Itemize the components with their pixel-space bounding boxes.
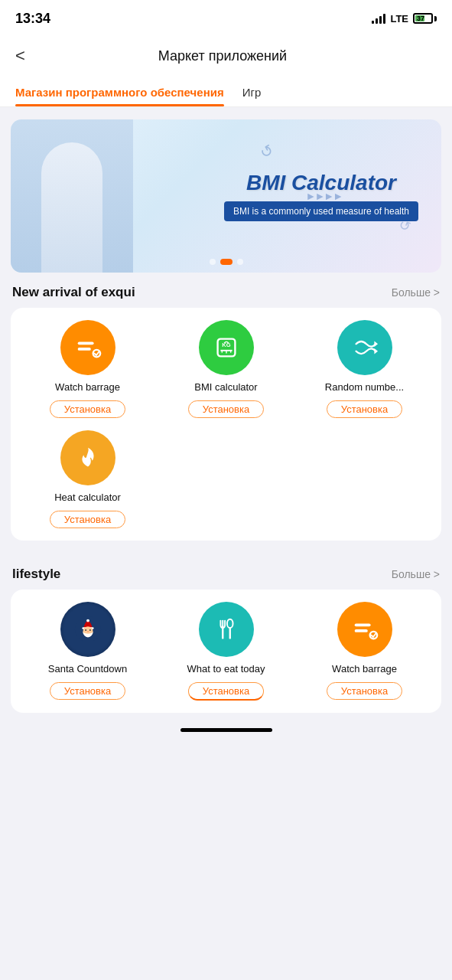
lifestyle-section: lifestyle Больше > <box>0 554 452 713</box>
svg-point-17 <box>87 631 89 632</box>
random-name: Random numbe... <box>325 381 404 394</box>
fork-svg <box>212 615 241 644</box>
bmi-name: BMI calculator <box>194 381 257 394</box>
random-install-btn[interactable]: Установка <box>327 400 402 418</box>
new-arrival-card: Watch barrage Установка KG BMI calculato… <box>11 308 441 541</box>
status-time: 13:34 <box>15 11 50 27</box>
app-watch-barrage-1[interactable]: Watch barrage Установка <box>18 320 157 418</box>
svg-marker-10 <box>374 348 378 354</box>
back-button[interactable]: < <box>15 43 31 69</box>
battery-level: 37 <box>417 15 424 22</box>
svg-rect-0 <box>77 341 93 345</box>
banner-dots <box>210 259 243 265</box>
app-santa-countdown[interactable]: Santa Countdown Установка <box>18 602 157 701</box>
watch-barrage-2-install-btn[interactable]: Установка <box>327 682 402 700</box>
network-label: LTE <box>390 13 408 24</box>
svg-point-13 <box>86 619 89 622</box>
lifestyle-title: lifestyle <box>12 567 60 582</box>
santa-install-btn[interactable]: Установка <box>50 682 125 700</box>
tabs-container: Магазин программного обеспечения Игр <box>0 78 452 107</box>
heat-install-btn[interactable]: Установка <box>50 511 125 528</box>
dot-3[interactable] <box>237 259 243 265</box>
new-arrival-title: New arrival of exqui <box>12 285 135 300</box>
app-watch-barrage-2[interactable]: Watch barrage Установка <box>295 602 434 701</box>
banner-subtitle: BMI is a commonly used measure of health <box>224 201 418 221</box>
tab-software[interactable]: Магазин программного обеспечения <box>15 78 224 106</box>
dot-2[interactable] <box>220 259 233 265</box>
lifestyle-grid: Santa Countdown Установка What <box>18 602 434 701</box>
arrow-decoration: ↺ <box>256 140 277 162</box>
dot-1[interactable] <box>210 259 216 265</box>
what-to-eat-name: What to eat today <box>187 663 265 676</box>
lifestyle-card: Santa Countdown Установка What <box>11 590 441 713</box>
tab-games[interactable]: Игр <box>242 78 262 106</box>
new-arrival-grid: Watch barrage Установка KG BMI calculato… <box>18 320 434 528</box>
banner-content: BMI Calculator BMI is a commonly used me… <box>224 171 418 221</box>
banner-figure <box>11 119 133 273</box>
santa-svg <box>73 615 102 644</box>
battery-icon: 37 <box>413 13 437 24</box>
app-bmi-calculator[interactable]: KG BMI calculator Установка <box>157 320 295 418</box>
heat-icon <box>60 430 115 485</box>
bottom-nav-indicator <box>180 728 272 732</box>
banner-title: BMI Calculator <box>224 171 418 195</box>
app-what-to-eat[interactable]: What to eat today Установка <box>157 602 295 701</box>
watch-barrage-icon <box>60 320 115 375</box>
watch-barrage-2-icon <box>337 602 392 657</box>
random-icon <box>337 320 392 375</box>
fork-icon <box>199 602 254 657</box>
what-to-eat-install-btn[interactable]: Установка <box>188 682 264 701</box>
bmi-icon: KG <box>199 320 254 375</box>
svg-point-16 <box>89 629 90 631</box>
tabs: Магазин программного обеспечения Игр <box>15 78 437 106</box>
svg-rect-23 <box>354 629 367 632</box>
banner: ↺ ↺ ►►►► BMI Calculator BMI is a commonl… <box>11 119 441 273</box>
random-svg <box>350 333 379 362</box>
heat-svg <box>73 443 102 472</box>
status-bar: 13:34 LTE 37 <box>0 0 452 34</box>
santa-name: Santa Countdown <box>48 663 127 676</box>
new-arrival-header: New arrival of exqui Больше > <box>0 273 452 308</box>
watch-barrage-2-name: Watch barrage <box>332 663 397 676</box>
bmi-svg: KG <box>212 333 241 362</box>
watch-barrage-install-btn[interactable]: Установка <box>50 400 125 418</box>
watch-barrage-2-svg <box>350 615 379 644</box>
header: < Маркет приложений <box>0 34 452 78</box>
page-title: Маркет приложений <box>31 48 414 64</box>
app-random-number[interactable]: Random numbe... Установка <box>295 320 434 418</box>
svg-point-15 <box>85 629 86 631</box>
signal-icon <box>372 13 385 24</box>
svg-marker-9 <box>374 341 378 347</box>
santa-icon <box>60 602 115 657</box>
svg-point-21 <box>226 619 233 627</box>
svg-text:KG: KG <box>222 341 230 348</box>
bmi-install-btn[interactable]: Установка <box>188 400 264 418</box>
status-icons: LTE 37 <box>372 13 437 24</box>
svg-rect-22 <box>354 623 370 626</box>
lifestyle-more[interactable]: Больше > <box>392 568 440 580</box>
watch-barrage-name: Watch barrage <box>55 381 120 394</box>
lifestyle-header: lifestyle Больше > <box>0 554 452 590</box>
svg-rect-1 <box>77 348 90 351</box>
watch-barrage-svg <box>73 333 102 362</box>
new-arrival-more[interactable]: Больше > <box>392 286 440 299</box>
heat-name: Heat calculator <box>54 492 121 505</box>
app-heat-calculator[interactable]: Heat calculator Установка <box>18 430 157 528</box>
